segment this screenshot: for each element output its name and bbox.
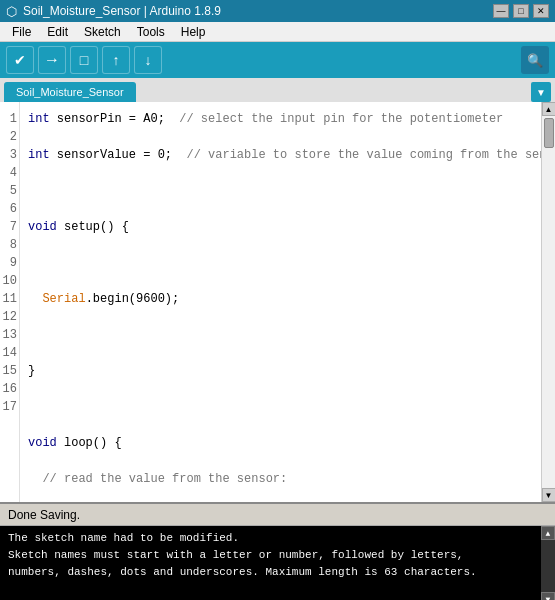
serial-monitor-button[interactable]: 🔍 xyxy=(521,46,549,74)
editor-scrollbar[interactable]: ▲ ▼ xyxy=(541,102,555,502)
maximize-button[interactable]: □ xyxy=(513,4,529,18)
title-bar-left: ⬡ Soil_Moisture_Sensor | Arduino 1.8.9 xyxy=(6,4,221,19)
scroll-thumb[interactable] xyxy=(544,118,554,148)
title-bar: ⬡ Soil_Moisture_Sensor | Arduino 1.8.9 —… xyxy=(0,0,555,22)
console-output: The sketch name had to be modified. Sket… xyxy=(0,526,555,600)
console-scroll-up[interactable]: ▲ xyxy=(541,526,555,540)
upload-button[interactable]: → xyxy=(38,46,66,74)
app-icon: ⬡ xyxy=(6,4,17,19)
code-editor[interactable]: int sensorPin = A0; // select the input … xyxy=(20,102,541,502)
tab-bar: Soil_Moisture_Sensor ▼ xyxy=(0,78,555,102)
console-line-1: The sketch name had to be modified. xyxy=(8,530,547,547)
scroll-down-arrow[interactable]: ▼ xyxy=(542,488,556,502)
close-button[interactable]: ✕ xyxy=(533,4,549,18)
verify-button[interactable]: ✔ xyxy=(6,46,34,74)
line-numbers: 1 2 3 4 5 6 7 8 9 10 11 12 13 14 15 16 1… xyxy=(0,102,20,502)
console-line-2: Sketch names must start with a letter or… xyxy=(8,547,547,564)
console-header: Done Saving. xyxy=(0,502,555,526)
console-scrollbar[interactable]: ▲ ▼ xyxy=(541,526,555,600)
save-button[interactable]: ↓ xyxy=(134,46,162,74)
minimize-button[interactable]: — xyxy=(493,4,509,18)
scroll-track[interactable] xyxy=(542,116,555,488)
menu-help[interactable]: Help xyxy=(173,23,214,41)
title-bar-controls: — □ ✕ xyxy=(493,4,549,18)
tab-dropdown-button[interactable]: ▼ xyxy=(531,82,551,102)
open-button[interactable]: ↑ xyxy=(102,46,130,74)
console-scroll-down[interactable]: ▼ xyxy=(541,592,555,600)
menu-file[interactable]: File xyxy=(4,23,39,41)
menu-sketch[interactable]: Sketch xyxy=(76,23,129,41)
new-button[interactable]: □ xyxy=(70,46,98,74)
done-saving-label: Done Saving. xyxy=(8,508,80,522)
toolbar: ✔ → □ ↑ ↓ 🔍 xyxy=(0,42,555,78)
menu-tools[interactable]: Tools xyxy=(129,23,173,41)
scroll-up-arrow[interactable]: ▲ xyxy=(542,102,556,116)
window-title: Soil_Moisture_Sensor | Arduino 1.8.9 xyxy=(23,4,221,18)
editor-container: 1 2 3 4 5 6 7 8 9 10 11 12 13 14 15 16 1… xyxy=(0,102,555,502)
tab-label: Soil_Moisture_Sensor xyxy=(16,86,124,98)
console-scroll-track[interactable] xyxy=(541,540,555,592)
menu-bar: File Edit Sketch Tools Help xyxy=(0,22,555,42)
menu-edit[interactable]: Edit xyxy=(39,23,76,41)
editor-tab[interactable]: Soil_Moisture_Sensor xyxy=(4,82,136,102)
console-line-3: numbers, dashes, dots and underscores. M… xyxy=(8,564,547,581)
